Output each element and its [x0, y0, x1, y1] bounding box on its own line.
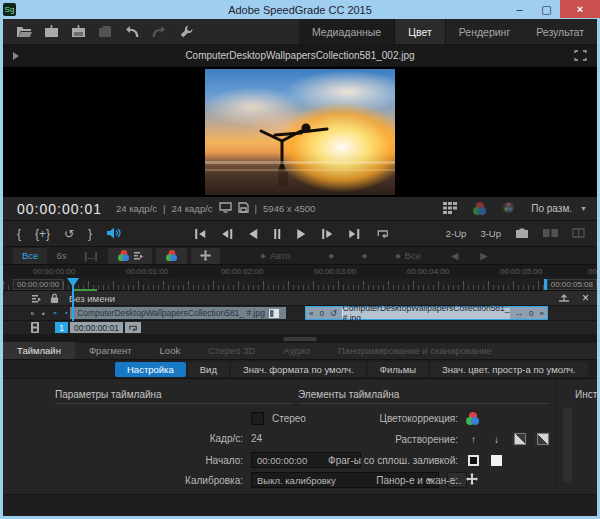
close-track-icon[interactable]: × [582, 291, 589, 305]
in-handle[interactable]: « [306, 309, 316, 318]
tab-stereo-3d[interactable]: Стерео 3D [194, 342, 269, 359]
go-to-start-button[interactable] [195, 228, 205, 240]
transport-bar: { {+} ↺ } 2-Up 3-Up [3, 221, 597, 247]
color-correction-icon[interactable] [466, 412, 479, 425]
out-handle[interactable]: » [537, 309, 547, 318]
clip-segment-2-selected[interactable]: « 0 ↺ ComputerDesktopWallpapersCollectio… [305, 306, 548, 320]
edit-timecode-field[interactable]: 00:00:00:01 [70, 322, 123, 333]
pan-scan-button[interactable] [191, 248, 220, 264]
play-button[interactable] [297, 228, 305, 240]
pan-scan-icon[interactable] [466, 473, 478, 487]
subtab-format-defaults[interactable]: Знач. формата по умолч. [231, 362, 366, 377]
track-name[interactable]: Без имени [69, 293, 115, 304]
clip-segment-1[interactable]: ComputerDesktopWallpapersCollection581_ … [70, 307, 286, 319]
maximize-button[interactable]: ▢ [533, 0, 560, 18]
track-options-icon[interactable] [31, 294, 42, 303]
redo-button[interactable] [150, 24, 168, 39]
subtab-view[interactable]: Вид [188, 362, 229, 377]
visibility-eye-icon[interactable] [53, 309, 57, 317]
mark-in-button[interactable]: { [17, 227, 21, 241]
clip-loop-icon: ↺ [327, 309, 340, 318]
stereo-checkbox[interactable] [251, 412, 264, 425]
channels-grid-icon[interactable] [443, 202, 457, 216]
keyframe-all[interactable]: ◆Все [395, 250, 421, 261]
open-project-button[interactable] [15, 24, 33, 39]
new-item-button[interactable] [96, 24, 114, 39]
keyframe-remove[interactable]: ◆ [362, 252, 367, 260]
keyframe-auto[interactable]: ◆Авто [260, 250, 290, 261]
tab-pan-scan[interactable]: Панорамирование и сканирование [324, 342, 506, 359]
split-view-icon[interactable] [572, 228, 585, 240]
solid-outline-icon[interactable] [466, 453, 481, 467]
drag-handle[interactable] [283, 337, 317, 341]
undo-button[interactable] [123, 24, 141, 39]
close-button[interactable]: × [560, 0, 600, 18]
solid-filled-icon[interactable] [489, 453, 504, 467]
previous-frame-button[interactable] [222, 228, 232, 240]
three-up-button[interactable]: 3-Up [480, 228, 501, 239]
play-backward-button[interactable] [249, 228, 257, 240]
next-frame-button[interactable] [322, 228, 332, 240]
loop-mode-button[interactable]: ↺ [64, 227, 74, 241]
loop-toggle-icon[interactable] [125, 322, 141, 333]
ruler-tick: 00:00:04:00 [407, 267, 449, 276]
minimize-button[interactable]: – [506, 0, 533, 18]
grade-list-button[interactable] [108, 248, 152, 264]
keyframe-add[interactable]: ◆ [328, 252, 333, 260]
color-balls-icon[interactable] [473, 202, 486, 215]
display-lut-icon[interactable] [502, 201, 515, 216]
settings-wrench-icon[interactable] [177, 24, 195, 39]
monitor-icon[interactable] [219, 202, 232, 215]
floppy-icon[interactable] [238, 202, 249, 215]
lock-icon[interactable] [42, 308, 45, 319]
save-as-button[interactable] [69, 24, 87, 39]
prev-keyframe-button[interactable]: ◀ [451, 250, 458, 261]
playback-loop-button[interactable] [376, 225, 389, 243]
dual-monitor-icon[interactable] [543, 228, 558, 240]
pause-button[interactable] [274, 228, 280, 240]
audio-mute-icon[interactable] [106, 225, 121, 243]
tab-audio[interactable]: Аудио [269, 342, 324, 359]
fps-display: 24 кадр/с [116, 203, 157, 214]
dissolve-out-icon[interactable] [535, 432, 550, 446]
playhead-marker[interactable] [67, 278, 79, 287]
panel-scrollbar[interactable] [563, 407, 572, 483]
ruler-tick: 00 [588, 267, 597, 276]
lock-icon[interactable] [50, 293, 59, 304]
save-button[interactable] [42, 24, 60, 39]
add-marker-button[interactable]: {+} [35, 227, 50, 241]
dissolve-up-icon[interactable]: ↑ [466, 432, 481, 446]
snapshot-camera-icon[interactable] [515, 228, 529, 240]
tab-look[interactable]: Look [146, 342, 195, 359]
show-all-button[interactable]: Все [13, 248, 47, 264]
dissolve-down-icon[interactable]: ↓ [489, 432, 504, 446]
subtab-colorspace-defaults[interactable]: Знач. цвет. простр-а по умолч. [430, 362, 588, 377]
tab-rendering[interactable]: Рендеринг [446, 19, 523, 44]
dissolve-in-icon[interactable] [512, 432, 527, 446]
tab-timeline[interactable]: Таймлайн [3, 342, 75, 359]
color-correction-label: Цветокоррекция: [283, 413, 458, 424]
subtab-films[interactable]: Фильмы [368, 362, 428, 377]
go-to-end-button[interactable] [349, 228, 359, 240]
audio-speaker-icon[interactable] [65, 308, 69, 318]
tab-mediadata[interactable]: Медиаданные [299, 19, 394, 44]
six-seconds-button[interactable]: 6s [47, 248, 75, 264]
track-options-icon[interactable] [31, 309, 34, 318]
main-toolbar: Медиаданные Цвет Рендеринг Результат [3, 19, 597, 45]
pan-scan-label: Панор-е и скан-е: [283, 475, 458, 486]
grade-button[interactable] [156, 248, 187, 264]
mark-out-button[interactable]: } [88, 227, 92, 241]
tab-result[interactable]: Результат [523, 19, 597, 44]
tab-color[interactable]: Цвет [394, 19, 446, 44]
fade-handles-icon[interactable] [558, 293, 570, 303]
timeline-ruler[interactable]: 00:00:00:00 00:00:01:00 00:00:02:00 00:0… [3, 265, 597, 278]
frame-number-badge[interactable]: 1 [55, 322, 68, 333]
next-keyframe-button[interactable]: ▶ [480, 250, 487, 261]
fullscreen-icon[interactable] [574, 47, 587, 65]
subtab-settings[interactable]: Настройка [115, 362, 186, 377]
range-button[interactable]: |...| [75, 248, 106, 264]
zoom-mode-dropdown[interactable]: По разм. ▼ [531, 203, 587, 214]
tab-fragment[interactable]: Фрагмент [75, 342, 146, 359]
two-up-button[interactable]: 2-Up [446, 228, 467, 239]
scrub-end-timecode: 00:00:05:08 [547, 279, 597, 290]
